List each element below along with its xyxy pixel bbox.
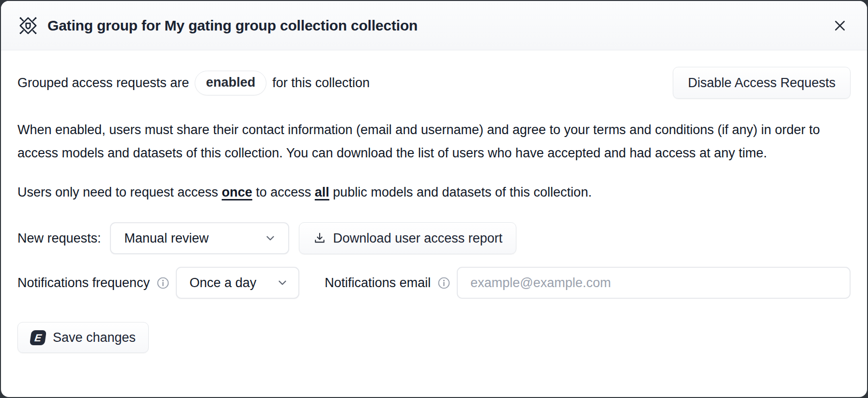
notifications-frequency-value: Once a day — [189, 276, 256, 291]
note-pre: Users only need to request access — [17, 185, 222, 199]
description-text: When enabled, users must share their con… — [17, 118, 851, 165]
save-row: E Save changes — [17, 322, 851, 353]
chevron-down-icon — [264, 232, 277, 245]
download-user-access-report-button[interactable]: Download user access report — [299, 222, 517, 254]
notifications-frequency-label: Notifications frequency — [17, 276, 150, 291]
enterprise-icon: E — [30, 330, 46, 345]
note-once: once — [222, 185, 252, 199]
close-button[interactable] — [829, 15, 851, 36]
new-requests-select[interactable]: Manual review — [110, 222, 289, 254]
save-changes-button[interactable]: E Save changes — [17, 322, 149, 353]
save-button-label: Save changes — [53, 330, 136, 345]
dialog-title: Gating group for My gating group collect… — [47, 17, 418, 34]
dialog-body: Grouped access requests are enabled for … — [1, 50, 867, 397]
status-prefix: Grouped access requests are — [17, 76, 189, 91]
note-mid: to access — [252, 185, 315, 199]
notifications-email-label: Notifications email — [325, 276, 431, 291]
status-suffix: for this collection — [272, 76, 370, 91]
note-text: Users only need to request access once t… — [17, 185, 851, 200]
download-button-label: Download user access report — [333, 231, 503, 246]
new-requests-label: New requests: — [17, 231, 101, 246]
download-icon — [313, 231, 326, 245]
note-all: all — [315, 185, 329, 199]
dialog-header: Gating group for My gating group collect… — [1, 1, 867, 50]
new-requests-row: New requests: Manual review Dow — [17, 222, 851, 254]
disable-access-requests-button[interactable]: Disable Access Requests — [673, 67, 851, 99]
gating-group-dialog: Gating group for My gating group collect… — [1, 1, 867, 397]
info-icon[interactable] — [156, 276, 170, 290]
close-icon — [833, 18, 847, 33]
gate-icon — [17, 15, 39, 36]
note-post: public models and datasets of this colle… — [329, 185, 592, 199]
status-badge: enabled — [195, 71, 266, 95]
notifications-email-input[interactable] — [457, 267, 851, 299]
status-row: Grouped access requests are enabled for … — [17, 67, 851, 99]
status-text: Grouped access requests are enabled for … — [17, 71, 370, 95]
notifications-row: Notifications frequency Once a day Notif… — [17, 267, 851, 299]
chevron-down-icon — [276, 276, 289, 289]
info-icon[interactable] — [437, 276, 451, 290]
new-requests-selected-value: Manual review — [124, 231, 209, 246]
notifications-frequency-select[interactable]: Once a day — [176, 267, 299, 299]
